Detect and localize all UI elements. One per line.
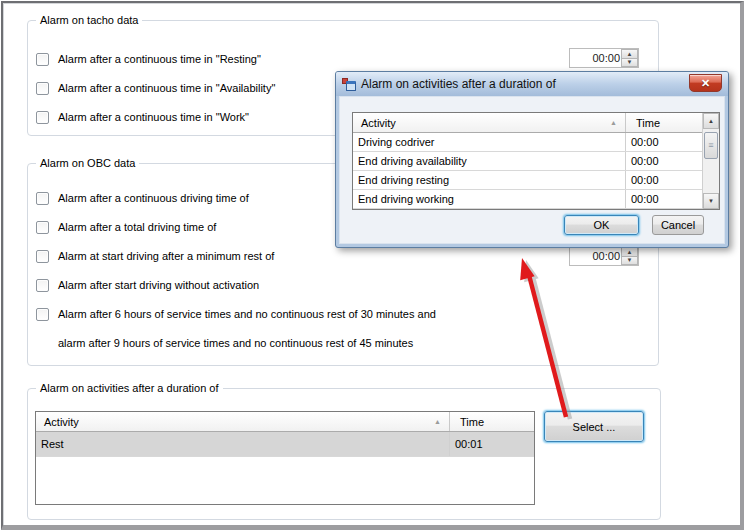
activity-header-label: Activity [44, 416, 79, 428]
select-button-label: Select ... [573, 421, 616, 433]
checkbox-service-times-label[interactable]: Alarm after 6 hours of service times and… [58, 308, 436, 321]
dialog-table-scrollbar[interactable]: ▲ ≡ ▼ [702, 113, 719, 209]
spin-up-button[interactable]: ▲ [621, 49, 638, 58]
cancel-button[interactable]: Cancel [652, 215, 704, 235]
group-activities-title: Alarm on activities after a duration of [36, 381, 223, 395]
dialog-table-header: Activity ▲ Time [353, 113, 702, 133]
spin-down-button[interactable]: ▼ [621, 58, 638, 68]
select-button[interactable]: Select ... [544, 411, 644, 442]
time-cell: 00:00 [625, 152, 702, 170]
checkbox-without-activation-label[interactable]: Alarm after start driving without activa… [58, 279, 259, 292]
activities-table-header: Activity ▲ Time [36, 412, 534, 432]
activity-cell: Driving codriver [353, 133, 625, 151]
table-row-end-driving-resting[interactable]: End driving resting 00:00 [353, 171, 702, 190]
resting-time-spin-buttons: ▲ ▼ [621, 49, 638, 67]
activity-column-header[interactable]: Activity ▲ [353, 113, 625, 132]
checkbox-minimum-rest[interactable] [36, 250, 49, 263]
close-icon: ✕ [701, 77, 710, 90]
checkbox-without-activation[interactable] [36, 279, 49, 292]
checkbox-availability[interactable] [36, 82, 49, 95]
checkbox-total-driving-label[interactable]: Alarm after a total driving time of [58, 221, 216, 234]
spin-up-icon: ▲ [627, 249, 633, 255]
dialog-titlebar[interactable]: Alarm on activities after a duration of … [336, 72, 728, 96]
activities-dialog: Alarm on activities after a duration of … [335, 71, 729, 248]
scroll-up-button[interactable]: ▲ [703, 113, 719, 129]
spin-up-button[interactable]: ▲ [621, 247, 638, 256]
activity-cell: End driving working [353, 190, 625, 208]
time-column-header[interactable]: Time [625, 113, 702, 132]
scrollbar-thumb[interactable]: ≡ [704, 132, 718, 159]
minimum-rest-time-value[interactable]: 00:00 [570, 247, 620, 265]
table-row-driving-codriver[interactable]: Driving codriver 00:00 [353, 133, 702, 152]
form-icon [342, 77, 356, 91]
scroll-down-icon: ▼ [708, 198, 714, 204]
ok-button-label: OK [594, 219, 610, 231]
dialog-activities-table: Activity ▲ Time Driving codriver 00:00 E… [352, 112, 720, 210]
close-button[interactable]: ✕ [689, 74, 722, 92]
minimum-rest-time-spinner: 00:00 ▲ ▼ [569, 246, 639, 266]
checkbox-service-times[interactable] [36, 308, 49, 321]
settings-panel: Alarm on tacho data Alarm after a contin… [1, 1, 744, 530]
time-header-label: Time [460, 416, 484, 428]
ok-button[interactable]: OK [564, 215, 639, 235]
sort-ascending-icon: ▲ [610, 119, 617, 126]
group-obc-title: Alarm on OBC data [36, 156, 139, 170]
activities-table: Activity ▲ Time Rest 00:01 [35, 411, 535, 505]
time-column-header[interactable]: Time [449, 412, 534, 431]
resting-time-value[interactable]: 00:00 [570, 49, 620, 67]
time-cell: 00:00 [625, 133, 702, 151]
checkbox-total-driving[interactable] [36, 221, 49, 234]
rest-time-cell: 00:01 [449, 432, 534, 456]
spin-down-icon: ▼ [627, 257, 633, 263]
checkbox-availability-label[interactable]: Alarm after a continuous time in "Availa… [58, 82, 275, 95]
checkbox-minimum-rest-label[interactable]: Alarm at start driving after a minimum r… [58, 250, 274, 263]
scroll-down-button[interactable]: ▼ [703, 193, 719, 209]
dialog-title: Alarm on activities after a duration of [361, 77, 556, 91]
checkbox-continuous-driving-label[interactable]: Alarm after a continuous driving time of [58, 192, 249, 205]
checkbox-resting[interactable] [36, 53, 49, 66]
service-times-continuation-label: alarm after 9 hours of service times and… [58, 337, 413, 350]
time-cell: 00:00 [625, 190, 702, 208]
rest-activity-cell: Rest [36, 432, 449, 456]
table-row-end-driving-working[interactable]: End driving working 00:00 [353, 190, 702, 209]
cancel-button-label: Cancel [661, 219, 695, 231]
spin-up-icon: ▲ [627, 51, 633, 57]
time-cell: 00:00 [625, 171, 702, 189]
group-tacho-title: Alarm on tacho data [36, 13, 142, 27]
checkbox-resting-label[interactable]: Alarm after a continuous time in "Restin… [58, 53, 261, 66]
activity-column-header[interactable]: Activity ▲ [36, 412, 449, 431]
spin-down-icon: ▼ [627, 59, 633, 65]
time-header-label: Time [636, 117, 660, 129]
checkbox-work-label[interactable]: Alarm after a continuous time in "Work" [58, 111, 249, 124]
activity-cell: End driving availability [353, 152, 625, 170]
sort-ascending-icon: ▲ [434, 418, 441, 425]
scroll-up-icon: ▲ [708, 118, 714, 124]
spin-down-button[interactable]: ▼ [621, 256, 638, 266]
checkbox-continuous-driving[interactable] [36, 192, 49, 205]
table-row-rest[interactable]: Rest 00:01 [36, 432, 534, 457]
scroll-grip-icon: ≡ [708, 141, 713, 150]
activity-header-label: Activity [361, 117, 396, 129]
activity-cell: End driving resting [353, 171, 625, 189]
checkbox-work[interactable] [36, 111, 49, 124]
resting-time-spinner: 00:00 ▲ ▼ [569, 48, 639, 68]
minimum-rest-spin-buttons: ▲ ▼ [621, 247, 638, 265]
table-row-end-driving-availability[interactable]: End driving availability 00:00 [353, 152, 702, 171]
group-activities: Alarm on activities after a duration of … [27, 388, 661, 520]
